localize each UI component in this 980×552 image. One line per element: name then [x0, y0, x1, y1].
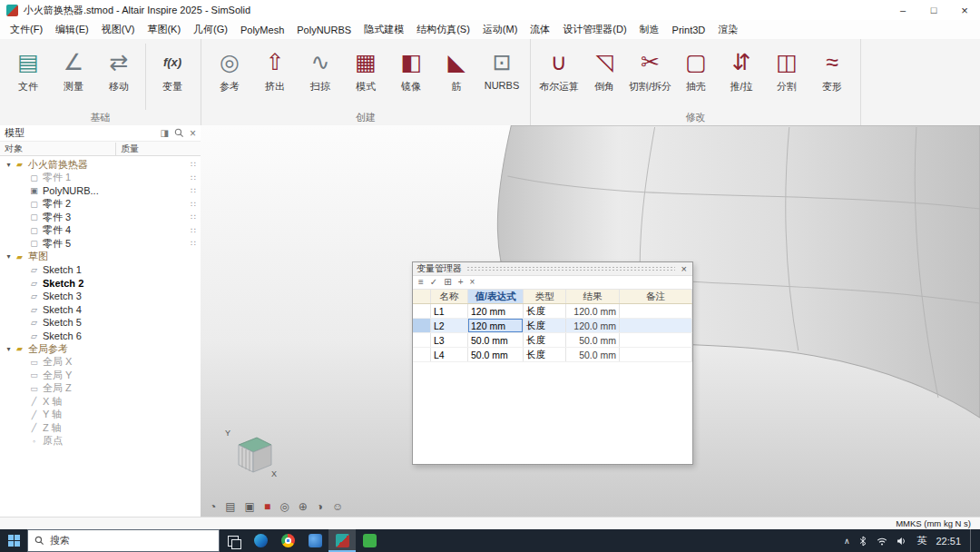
ribbon-tool[interactable]: 倒角 [582, 44, 627, 110]
tree-item[interactable]: Y 轴 [0, 409, 201, 422]
row-selector[interactable] [413, 333, 431, 347]
cell-note[interactable] [620, 304, 692, 318]
menu-item[interactable]: 制造 [633, 23, 666, 36]
views-icon[interactable] [225, 501, 235, 512]
ribbon-tool[interactable]: 扫掠 [298, 44, 343, 110]
options-dots-icon[interactable] [191, 173, 196, 182]
ribbon-tool[interactable]: 镜像 [388, 44, 434, 110]
row-selector[interactable] [413, 304, 431, 318]
column-header-note[interactable]: 备注 [620, 290, 692, 303]
options-dots-icon[interactable] [191, 200, 196, 209]
menu-item[interactable]: 草图(K) [141, 23, 187, 36]
menu-item[interactable]: 几何(G) [187, 23, 234, 36]
cell-expression[interactable]: 50.0 mm [468, 348, 524, 361]
tree-item[interactable]: 零件 1 [0, 172, 201, 185]
cell-name[interactable]: L3 [431, 333, 468, 347]
ribbon-tool[interactable]: 文件 [5, 44, 51, 110]
app-green-icon[interactable] [356, 529, 383, 552]
cell-note[interactable] [620, 333, 692, 347]
ribbon-tool[interactable]: 移动 [96, 44, 142, 110]
cell-expression[interactable]: 120 mm [468, 319, 524, 332]
hidden-icons-chevron-icon[interactable] [844, 537, 850, 546]
close-button[interactable] [949, 0, 980, 20]
start-button[interactable] [0, 529, 27, 552]
expander-icon[interactable] [4, 345, 14, 353]
taskbar-clock[interactable]: 22:51 [936, 536, 961, 547]
panel-drag-handle[interactable] [466, 266, 675, 272]
cell-note[interactable] [620, 348, 692, 361]
menu-icon[interactable] [418, 278, 424, 287]
shade-icon[interactable] [317, 501, 323, 512]
row-selector[interactable] [413, 319, 431, 332]
tree-item[interactable]: 全局参考 [0, 342, 201, 356]
edge-icon[interactable] [247, 529, 274, 552]
tree-item[interactable]: Z 轴 [0, 421, 201, 435]
table-row[interactable]: L1 120 mm 长度 120.0 mm [413, 304, 692, 319]
search-input[interactable]: 搜索 [27, 529, 220, 552]
menu-item[interactable]: 隐式建模 [358, 23, 410, 36]
check-icon[interactable] [430, 278, 437, 287]
ribbon-tool[interactable]: 参考 [207, 44, 252, 110]
tree-item[interactable]: 草图 [0, 251, 201, 264]
fit-icon[interactable] [299, 501, 308, 512]
search-icon[interactable] [174, 128, 184, 138]
menu-item[interactable]: 视图(V) [95, 23, 142, 36]
task-view-icon[interactable] [220, 529, 247, 552]
ribbon-tool[interactable]: NURBS [479, 44, 524, 110]
tree-item[interactable]: Sketch 1 [0, 263, 201, 277]
table-row[interactable]: L4 50.0 mm 长度 50.0 mm [413, 348, 692, 362]
bluetooth-icon[interactable] [858, 536, 867, 547]
tree-item[interactable]: 全局 Y [0, 369, 201, 382]
options-dots-icon[interactable] [191, 186, 196, 195]
menu-item[interactable]: 结构仿真(S) [410, 23, 476, 36]
camera-icon[interactable] [245, 501, 255, 512]
viewport-3d[interactable]: Y X [201, 125, 980, 518]
ribbon-tool[interactable]: 模式 [343, 44, 388, 110]
unit-system-label[interactable]: MMKS (mm kg N s) [896, 518, 971, 528]
app-blue-icon[interactable] [301, 529, 328, 552]
tree-item[interactable]: Sketch 2 [0, 277, 201, 291]
menu-item[interactable]: 渲染 [711, 23, 744, 36]
menu-item[interactable]: PolyNURBS [290, 25, 358, 35]
ribbon-tool[interactable]: 筋 [434, 44, 479, 110]
column-object[interactable]: 对象 [0, 143, 115, 155]
options-dots-icon[interactable] [191, 160, 196, 169]
ribbon-tool[interactable]: 测量 [51, 44, 96, 110]
volume-icon[interactable] [897, 537, 907, 546]
menu-item[interactable]: PolyMesh [234, 25, 290, 35]
ime-indicator[interactable]: 英 [916, 534, 926, 547]
ribbon-tool[interactable]: 切割/拆分 [627, 44, 673, 110]
show-desktop-button[interactable] [970, 529, 975, 552]
column-mass[interactable]: 质量 [115, 143, 201, 155]
column-header-type[interactable]: 类型 [524, 290, 566, 303]
add-icon[interactable] [458, 278, 464, 287]
menu-item[interactable]: 流体 [524, 23, 556, 36]
ribbon-tool[interactable]: 分割 [764, 44, 809, 110]
tree-item[interactable]: 零件 5 [0, 237, 201, 251]
view-triad[interactable]: Y X [220, 425, 279, 483]
zoom-icon[interactable] [279, 501, 289, 512]
tree-item[interactable]: 小火箭换热器 [0, 158, 201, 172]
tree-item[interactable]: 零件 2 [0, 198, 201, 212]
menu-item[interactable]: 编辑(E) [49, 23, 95, 36]
tree-item[interactable]: 原点 [0, 435, 201, 448]
delete-icon[interactable] [469, 278, 475, 287]
wifi-icon[interactable] [877, 537, 887, 546]
row-selector[interactable] [413, 348, 431, 361]
rotate-view-icon[interactable] [210, 501, 216, 512]
menu-item[interactable]: Print3D [666, 25, 712, 35]
tree-item[interactable]: PolyNURB... [0, 184, 201, 198]
tree-item[interactable]: 零件 4 [0, 224, 201, 238]
inspire-icon[interactable] [328, 529, 356, 552]
tree-item[interactable]: 全局 X [0, 356, 201, 370]
ribbon-tool[interactable]: 推/拉 [719, 44, 764, 110]
header-selector[interactable] [413, 290, 431, 303]
menu-item[interactable]: 设计管理器(D) [556, 23, 632, 36]
tree-item[interactable]: X 轴 [0, 395, 201, 409]
expander-icon[interactable] [4, 161, 14, 169]
tree-item[interactable]: 零件 3 [0, 211, 201, 224]
options-dots-icon[interactable] [191, 239, 196, 248]
ribbon-tool[interactable]: 抽壳 [673, 44, 719, 110]
snapshot-icon[interactable] [332, 501, 343, 512]
table-row[interactable]: L2 120 mm 长度 120.0 mm [413, 319, 692, 333]
